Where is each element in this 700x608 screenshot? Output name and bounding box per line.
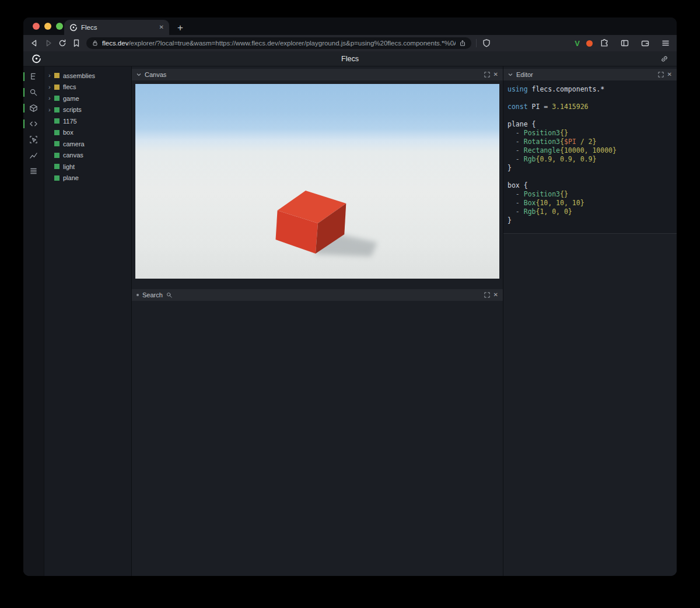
inspector-icon (29, 135, 38, 144)
browser-toolbar: flecs.dev/explorer/?local=true&wasm=http… (23, 35, 677, 51)
expand-chevron-icon[interactable]: › (48, 107, 54, 113)
code-line[interactable]: - Position3{} (508, 190, 673, 199)
editor-code[interactable]: using flecs.components.* const PI = 3.14… (503, 80, 677, 234)
tree-item-box[interactable]: box (44, 127, 131, 139)
canvas-viewport[interactable] (135, 84, 499, 279)
rail-item-cube[interactable] (23, 100, 44, 116)
expand-chevron-icon[interactable]: › (48, 72, 54, 79)
close-panel-icon[interactable]: ✕ (494, 72, 498, 78)
window-close-button[interactable] (33, 23, 40, 30)
editor-column: Editor ✕ using flecs.components.* const … (503, 66, 677, 576)
expand-chevron-icon[interactable]: › (48, 95, 54, 101)
expand-panel-icon[interactable] (484, 292, 490, 298)
browser-tab-flecs[interactable]: Flecs ✕ (64, 20, 169, 35)
share-icon[interactable] (459, 40, 466, 47)
close-panel-icon[interactable]: ✕ (667, 72, 672, 78)
window-minimize-button[interactable] (44, 23, 51, 30)
entity-kind-swatch (54, 175, 60, 181)
flecs-favicon-icon (69, 23, 78, 31)
tree-item-game[interactable]: ›game (44, 93, 131, 104)
tree-icon (29, 72, 38, 81)
code-line[interactable]: - Rotation3{$PI / 2} (508, 138, 673, 146)
code-line[interactable]: plane { (508, 120, 673, 129)
search-panel-header: Search ✕ (132, 289, 503, 301)
menu-icon[interactable] (660, 38, 671, 48)
code-line[interactable]: - Rgb{1, 0, 0} (508, 208, 673, 216)
code-line[interactable] (508, 173, 673, 181)
code-line[interactable] (508, 111, 673, 120)
rail-item-stats[interactable] (23, 163, 44, 179)
code-line[interactable]: box { (508, 181, 673, 190)
panel-collapsed-indicator-icon[interactable] (136, 294, 139, 296)
code-line[interactable]: const PI = 3.1415926 (508, 103, 673, 111)
expand-panel-icon[interactable] (658, 72, 664, 78)
tree-item-assemblies[interactable]: ›assemblies (44, 70, 131, 82)
tree-item-label: flecs (63, 83, 76, 90)
entity-kind-swatch (54, 141, 60, 146)
3d-scene (135, 84, 499, 279)
extensions-puzzle-icon[interactable] (599, 38, 610, 48)
vimium-extension-icon[interactable]: V (575, 40, 580, 47)
orange-dot-extension-icon[interactable] (586, 40, 593, 47)
wallet-icon[interactable] (640, 38, 650, 48)
share-link-icon[interactable] (660, 55, 668, 63)
entity-kind-swatch (54, 107, 60, 113)
window-controls (33, 23, 63, 30)
url-path: /explorer/?local=true&wasm=https://www.f… (128, 40, 456, 47)
rail-item-inspector[interactable] (23, 132, 44, 147)
address-bar[interactable]: flecs.dev/explorer/?local=true&wasm=http… (86, 37, 471, 49)
code-line[interactable]: } (508, 164, 673, 173)
code-line[interactable]: - Rectangle{10000, 10000} (508, 146, 673, 155)
rail-item-code[interactable] (23, 116, 44, 132)
tab-close-icon[interactable]: ✕ (159, 24, 164, 30)
rail-item-search[interactable] (23, 85, 44, 100)
tree-item-label: light (63, 163, 75, 170)
chevron-down-icon[interactable] (136, 72, 141, 77)
page-title: Flecs (23, 55, 677, 63)
entity-kind-swatch (54, 118, 60, 124)
stats-icon (29, 167, 38, 175)
expand-panel-icon[interactable] (484, 72, 490, 78)
shield-icon[interactable] (481, 38, 492, 48)
window-zoom-button[interactable] (56, 23, 63, 30)
lock-icon (92, 40, 99, 47)
entity-kind-swatch (54, 85, 60, 90)
code-line[interactable]: } (508, 216, 673, 225)
browser-window: Flecs ✕ + flecs.dev/explorer/?local=true… (23, 17, 677, 576)
explorer-main: ›assemblies›flecs›game›scripts1175boxcam… (23, 66, 677, 576)
cube-icon (29, 104, 38, 113)
icon-rail (23, 66, 44, 576)
chevron-down-icon[interactable] (508, 72, 513, 77)
rail-item-chart[interactable] (23, 147, 44, 163)
tree-item-plane[interactable]: plane (44, 173, 131, 184)
reload-button[interactable] (57, 38, 68, 48)
tree-item-label: 1175 (63, 118, 77, 125)
tree-item-label: camera (63, 140, 85, 147)
tree-item-flecs[interactable]: ›flecs (44, 82, 131, 93)
canvas-panel-header: Canvas ✕ (132, 69, 503, 80)
expand-chevron-icon[interactable]: › (48, 84, 54, 90)
search-icon (29, 88, 38, 97)
tree-item-scripts[interactable]: ›scripts (44, 104, 131, 116)
forward-button[interactable] (43, 38, 54, 48)
new-tab-button[interactable]: + (177, 23, 183, 33)
code-line[interactable]: - Rgb{0.9, 0.9, 0.9} (508, 155, 673, 164)
code-line[interactable]: using flecs.components.* (508, 85, 673, 94)
code-line[interactable]: - Position3{} (508, 129, 673, 138)
canvas-panel-title: Canvas (145, 71, 166, 78)
center-column: Canvas ✕ Search ✕ (132, 66, 503, 576)
editor-panel-title: Editor (516, 71, 533, 78)
tree-item-canvas[interactable]: canvas (44, 150, 131, 161)
code-line[interactable] (508, 94, 673, 103)
sidebar-toggle-icon[interactable] (620, 38, 630, 48)
tree-item-camera[interactable]: camera (44, 138, 131, 150)
code-line[interactable]: - Box{10, 10, 10} (508, 199, 673, 208)
tree-item-light[interactable]: light (44, 161, 131, 173)
close-panel-icon[interactable]: ✕ (494, 292, 498, 298)
back-button[interactable] (29, 38, 40, 48)
tree-item-1175[interactable]: 1175 (44, 115, 131, 127)
rail-item-tree[interactable] (23, 69, 44, 85)
tree-item-label: plane (63, 174, 79, 181)
search-panel-body (132, 301, 503, 576)
bookmarks-icon[interactable] (71, 38, 82, 48)
